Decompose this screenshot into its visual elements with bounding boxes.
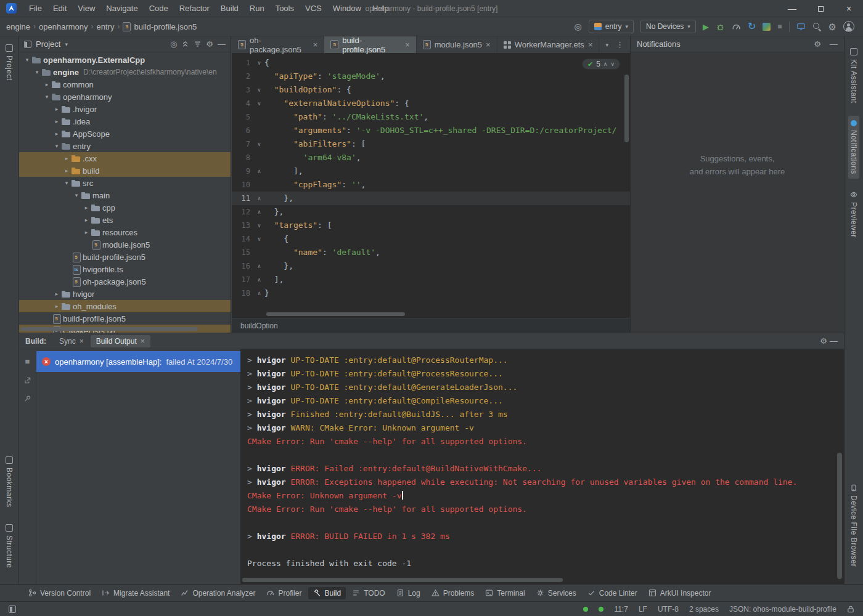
breadcrumb-item-entry[interactable]: entry [97, 22, 115, 31]
toolwindow-button-todo[interactable]: TODO [347, 587, 390, 599]
console-vscrollbar[interactable] [837, 453, 842, 579]
toolwindow-button-migrate-assistant[interactable]: Migrate Assistant [97, 587, 174, 599]
inspection-widget[interactable]: ✔ 5 ∧ ∨ [582, 59, 620, 70]
tree-chevron-icon[interactable]: ▾ [52, 143, 61, 149]
run-config-selector[interactable]: entry ▾ [589, 20, 634, 33]
breadcrumb-item-build-profile-json5[interactable]: 5build-profile.json5 [123, 22, 197, 31]
tree-item-resources[interactable]: ▸resources [19, 226, 231, 238]
toolwindow-button-arkui-inspector[interactable]: ArkUI Inspector [644, 587, 716, 599]
hide-panel-icon[interactable]: — [830, 336, 838, 346]
fold-icon[interactable]: ∧ [254, 192, 264, 205]
toolwindow-button-services[interactable]: Services [531, 587, 581, 599]
fold-icon[interactable]: ∨ [254, 83, 264, 97]
tree-chevron-icon[interactable]: ▾ [72, 192, 81, 198]
tree-item-engine[interactable]: ▾engineD:\creatorProject\elsfkharmony\na… [19, 66, 231, 78]
tree-item-hvigorfile-ts[interactable]: tshvigorfile.ts [19, 263, 231, 275]
tree-item-appscope[interactable]: ▸AppScope [19, 128, 231, 140]
fold-icon[interactable]: ∧ [254, 273, 264, 286]
tool-tab-previewer[interactable]: Previewer [848, 187, 859, 242]
menu-vcs[interactable]: VCS [300, 2, 327, 15]
tree-item-common[interactable]: ▸common [19, 78, 231, 91]
tab-close-icon[interactable]: × [313, 41, 318, 49]
menu-view[interactable]: View [73, 2, 100, 15]
toolwindow-button-code-linter[interactable]: Code Linter [583, 587, 642, 599]
fold-icon[interactable]: ∧ [254, 164, 264, 178]
fold-icon[interactable]: ∨ [254, 219, 264, 232]
fold-icon[interactable]: ∨ [254, 137, 264, 151]
tree-item-build[interactable]: ▸build [19, 164, 231, 177]
tab-close-icon[interactable]: × [80, 337, 84, 346]
toolwindow-button-version-control[interactable]: Version Control [23, 587, 96, 599]
tab-close-icon[interactable]: × [588, 41, 593, 49]
view-options-icon[interactable] [194, 40, 202, 48]
collapse-all-icon[interactable] [181, 40, 189, 48]
editor-breadcrumb[interactable]: buildOption [232, 318, 630, 333]
editor-hscrollbar[interactable] [266, 312, 405, 316]
toolwindow-button-problems[interactable]: Problems [427, 587, 480, 599]
tree-item-oh-modules[interactable]: ▸oh_modules [19, 300, 231, 312]
fold-icon[interactable]: ∧ [254, 286, 264, 300]
status-caret-position[interactable]: 11:7 [614, 605, 628, 614]
tree-chevron-icon[interactable]: ▸ [82, 217, 91, 223]
hidden-tabs-icon[interactable]: ▾ [605, 42, 608, 48]
menu-code[interactable]: Code [144, 2, 173, 15]
tree-chevron-icon[interactable]: ▾ [33, 69, 41, 75]
menu-window[interactable]: Window [328, 2, 366, 15]
tool-tab-notifications[interactable]: Notifications [848, 116, 859, 179]
tree-item-entry[interactable]: ▾entry [19, 140, 231, 152]
tree-item-openharmony[interactable]: ▾openharmony [19, 91, 231, 103]
menu-run[interactable]: Run [245, 2, 269, 15]
locate-file-icon[interactable]: ◎ [170, 39, 177, 49]
menu-tools[interactable]: Tools [271, 2, 299, 15]
tool-tab-structure[interactable]: Structure [4, 520, 15, 572]
menu-refactor[interactable]: Refactor [174, 2, 215, 15]
chevron-down-icon[interactable]: ▾ [65, 41, 68, 47]
tree-chevron-icon[interactable]: ▾ [62, 180, 71, 186]
fold-icon[interactable]: ∧ [254, 259, 264, 273]
tree-chevron-icon[interactable]: ▸ [82, 205, 91, 211]
fold-icon[interactable]: ∨ [254, 232, 264, 246]
tree-chevron-icon[interactable]: ▸ [52, 291, 61, 297]
tab-build-profile-json5[interactable]: 5build-profile.json5× [324, 36, 417, 53]
hide-panel-icon[interactable]: — [218, 39, 226, 49]
status-encoding[interactable]: UTF-8 [658, 605, 679, 614]
status-json-schema[interactable]: JSON: ohos-module-build-profile [729, 605, 836, 614]
toolwindow-toggle-icon[interactable] [9, 606, 16, 613]
code-editor[interactable]: 1∨{2 "apiType": 'stageMode',3∨ "buildOpt… [232, 54, 630, 318]
menu-navigate[interactable]: Navigate [101, 2, 142, 15]
tool-tab-project[interactable]: Project [4, 40, 15, 85]
tree-item-src[interactable]: ▾src [19, 177, 231, 189]
toolwindow-button-operation-analyzer[interactable]: Operation Analyzer [176, 587, 260, 599]
tab-close-icon[interactable]: × [405, 41, 410, 49]
next-problem-icon[interactable]: ∨ [610, 61, 615, 67]
build-console[interactable]: > hvigor UP-TO-DATE :entry:default@Proce… [241, 349, 844, 584]
build-tab-sync[interactable]: Sync× [54, 335, 89, 347]
build-tab-build-output[interactable]: Build Output× [91, 335, 150, 347]
tree-item-ets[interactable]: ▸ets [19, 214, 231, 226]
build-task-row[interactable]: × openharmony [assembleHap]: failed At 2… [36, 351, 240, 372]
tree-item-build-profile-json5[interactable]: 5build-profile.json5 [19, 312, 231, 325]
project-hscrollbar[interactable] [20, 327, 198, 331]
toolwindow-button-profiler[interactable]: Profiler [261, 587, 306, 599]
tree-chevron-icon[interactable]: ▾ [43, 94, 51, 100]
tree-chevron-icon[interactable]: ▸ [62, 155, 71, 161]
tree-item-module-json5[interactable]: 5module.json5 [19, 238, 231, 251]
tree-item-main[interactable]: ▾main [19, 189, 231, 201]
tree-item--cxx[interactable]: ▸.cxx [19, 152, 231, 164]
menu-file[interactable]: File [24, 2, 47, 15]
tree-item--hvigor[interactable]: ▸.hvigor [19, 103, 231, 115]
console-hscrollbar[interactable] [242, 578, 563, 582]
tab-close-icon[interactable]: × [141, 337, 145, 346]
fold-icon[interactable]: ∨ [254, 97, 264, 110]
tab-oh-package-json5[interactable]: 5oh-package.json5× [232, 36, 324, 53]
gear-icon[interactable]: ⚙ [820, 336, 827, 346]
fold-icon[interactable]: ∨ [254, 56, 264, 70]
status-indent[interactable]: 2 spaces [689, 605, 719, 614]
editor-vscrollbar[interactable] [624, 75, 629, 142]
tree-chevron-icon[interactable]: ▸ [52, 303, 61, 309]
stop-build-icon[interactable]: ■ [25, 357, 30, 366]
breadcrumb-item-engine[interactable]: engine [6, 22, 30, 31]
open-in-editor-icon[interactable] [23, 376, 31, 384]
tab-close-icon[interactable]: × [486, 41, 491, 49]
run-target-icon[interactable]: ◎ [575, 22, 582, 31]
